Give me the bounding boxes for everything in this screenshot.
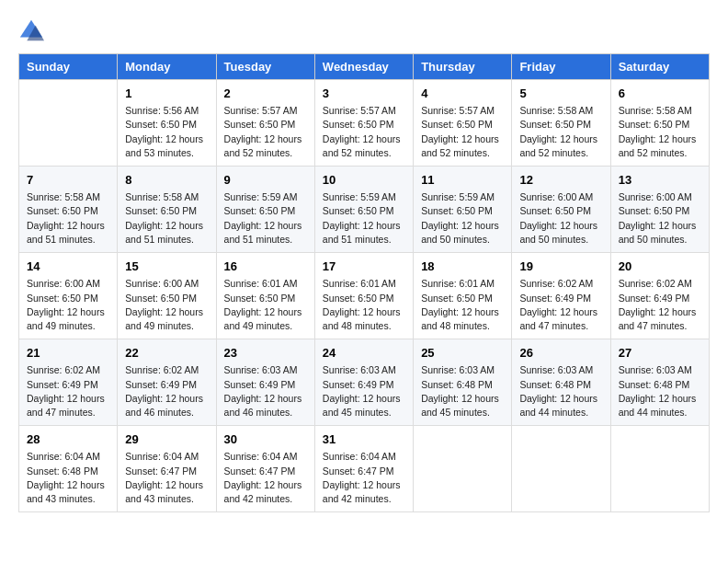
calendar-cell: 8Sunrise: 5:58 AM Sunset: 6:50 PM Daylig… bbox=[118, 167, 216, 253]
day-number: 15 bbox=[125, 259, 208, 275]
day-number: 10 bbox=[323, 172, 405, 189]
day-number: 6 bbox=[619, 86, 701, 102]
day-number: 27 bbox=[619, 345, 701, 362]
day-number: 8 bbox=[125, 172, 208, 189]
calendar-cell: 22Sunrise: 6:02 AM Sunset: 6:49 PM Dayli… bbox=[118, 339, 216, 426]
calendar-cell: 14Sunrise: 6:00 AM Sunset: 6:50 PM Dayli… bbox=[19, 253, 118, 339]
calendar-cell: 18Sunrise: 6:01 AM Sunset: 6:50 PM Dayli… bbox=[414, 253, 512, 339]
day-number: 13 bbox=[619, 172, 701, 189]
day-number: 25 bbox=[421, 345, 504, 362]
col-header-tuesday: Tuesday bbox=[216, 54, 314, 80]
day-number: 3 bbox=[323, 86, 405, 102]
day-info: Sunrise: 5:57 AM Sunset: 6:50 PM Dayligh… bbox=[323, 104, 405, 160]
day-info: Sunrise: 6:00 AM Sunset: 6:50 PM Dayligh… bbox=[619, 190, 701, 247]
day-number: 26 bbox=[519, 345, 602, 362]
day-number: 23 bbox=[224, 345, 307, 362]
day-number: 1 bbox=[125, 86, 208, 102]
calendar-cell: 29Sunrise: 6:04 AM Sunset: 6:47 PM Dayli… bbox=[118, 426, 216, 512]
calendar-cell: 6Sunrise: 5:58 AM Sunset: 6:50 PM Daylig… bbox=[610, 80, 709, 167]
week-row-4: 21Sunrise: 6:02 AM Sunset: 6:49 PM Dayli… bbox=[19, 339, 710, 426]
day-info: Sunrise: 6:00 AM Sunset: 6:50 PM Dayligh… bbox=[519, 190, 602, 247]
day-number: 16 bbox=[224, 259, 307, 275]
day-info: Sunrise: 5:58 AM Sunset: 6:50 PM Dayligh… bbox=[519, 104, 602, 160]
calendar-cell: 28Sunrise: 6:04 AM Sunset: 6:48 PM Dayli… bbox=[19, 426, 118, 512]
day-info: Sunrise: 6:02 AM Sunset: 6:49 PM Dayligh… bbox=[519, 277, 602, 333]
day-info: Sunrise: 5:59 AM Sunset: 6:50 PM Dayligh… bbox=[323, 190, 405, 247]
day-number: 29 bbox=[125, 431, 208, 448]
day-info: Sunrise: 5:58 AM Sunset: 6:50 PM Dayligh… bbox=[619, 104, 701, 160]
day-number: 22 bbox=[125, 345, 208, 362]
calendar-cell: 16Sunrise: 6:01 AM Sunset: 6:50 PM Dayli… bbox=[216, 253, 314, 339]
day-number: 5 bbox=[519, 86, 602, 102]
day-info: Sunrise: 6:03 AM Sunset: 6:48 PM Dayligh… bbox=[519, 363, 602, 419]
day-info: Sunrise: 6:01 AM Sunset: 6:50 PM Dayligh… bbox=[224, 277, 307, 333]
week-row-5: 28Sunrise: 6:04 AM Sunset: 6:48 PM Dayli… bbox=[19, 426, 710, 512]
calendar-cell: 3Sunrise: 5:57 AM Sunset: 6:50 PM Daylig… bbox=[314, 80, 413, 167]
calendar-cell: 17Sunrise: 6:01 AM Sunset: 6:50 PM Dayli… bbox=[314, 253, 413, 339]
day-info: Sunrise: 6:03 AM Sunset: 6:48 PM Dayligh… bbox=[421, 363, 504, 419]
calendar-cell: 31Sunrise: 6:04 AM Sunset: 6:47 PM Dayli… bbox=[314, 426, 413, 512]
day-number: 18 bbox=[421, 259, 504, 275]
day-info: Sunrise: 6:02 AM Sunset: 6:49 PM Dayligh… bbox=[125, 363, 208, 419]
calendar-cell: 19Sunrise: 6:02 AM Sunset: 6:49 PM Dayli… bbox=[512, 253, 610, 339]
page-header bbox=[18, 18, 710, 44]
day-number: 19 bbox=[519, 259, 602, 275]
day-number: 17 bbox=[323, 259, 405, 275]
day-number: 7 bbox=[27, 172, 109, 189]
week-row-1: 1Sunrise: 5:56 AM Sunset: 6:50 PM Daylig… bbox=[19, 80, 710, 167]
calendar-cell bbox=[512, 426, 610, 512]
calendar-cell: 4Sunrise: 5:57 AM Sunset: 6:50 PM Daylig… bbox=[414, 80, 512, 167]
day-number: 28 bbox=[27, 431, 109, 448]
calendar-cell bbox=[19, 80, 118, 167]
logo-icon bbox=[18, 18, 44, 44]
col-header-thursday: Thursday bbox=[414, 54, 512, 80]
day-number: 2 bbox=[224, 86, 307, 102]
calendar-cell: 13Sunrise: 6:00 AM Sunset: 6:50 PM Dayli… bbox=[610, 167, 709, 253]
col-header-sunday: Sunday bbox=[19, 54, 118, 80]
day-info: Sunrise: 5:58 AM Sunset: 6:50 PM Dayligh… bbox=[27, 190, 109, 247]
day-info: Sunrise: 5:56 AM Sunset: 6:50 PM Dayligh… bbox=[125, 104, 208, 160]
calendar-cell: 5Sunrise: 5:58 AM Sunset: 6:50 PM Daylig… bbox=[512, 80, 610, 167]
calendar-cell: 25Sunrise: 6:03 AM Sunset: 6:48 PM Dayli… bbox=[414, 339, 512, 426]
calendar-table: SundayMondayTuesdayWednesdayThursdayFrid… bbox=[18, 53, 710, 512]
calendar-cell: 24Sunrise: 6:03 AM Sunset: 6:49 PM Dayli… bbox=[314, 339, 413, 426]
day-number: 21 bbox=[27, 345, 109, 362]
day-info: Sunrise: 5:59 AM Sunset: 6:50 PM Dayligh… bbox=[224, 190, 307, 247]
calendar-cell: 15Sunrise: 6:00 AM Sunset: 6:50 PM Dayli… bbox=[118, 253, 216, 339]
day-number: 11 bbox=[421, 172, 504, 189]
day-info: Sunrise: 6:03 AM Sunset: 6:49 PM Dayligh… bbox=[323, 363, 405, 419]
day-info: Sunrise: 5:58 AM Sunset: 6:50 PM Dayligh… bbox=[125, 190, 208, 247]
day-info: Sunrise: 6:00 AM Sunset: 6:50 PM Dayligh… bbox=[27, 277, 109, 333]
day-info: Sunrise: 6:00 AM Sunset: 6:50 PM Dayligh… bbox=[125, 277, 208, 333]
day-number: 14 bbox=[27, 259, 109, 275]
calendar-cell bbox=[610, 426, 709, 512]
day-info: Sunrise: 6:04 AM Sunset: 6:47 PM Dayligh… bbox=[224, 450, 307, 506]
day-info: Sunrise: 6:02 AM Sunset: 6:49 PM Dayligh… bbox=[27, 363, 109, 419]
calendar-cell: 2Sunrise: 5:57 AM Sunset: 6:50 PM Daylig… bbox=[216, 80, 314, 167]
day-info: Sunrise: 5:59 AM Sunset: 6:50 PM Dayligh… bbox=[421, 190, 504, 247]
logo bbox=[18, 18, 48, 44]
day-info: Sunrise: 5:57 AM Sunset: 6:50 PM Dayligh… bbox=[421, 104, 504, 160]
calendar-cell: 21Sunrise: 6:02 AM Sunset: 6:49 PM Dayli… bbox=[19, 339, 118, 426]
day-number: 30 bbox=[224, 431, 307, 448]
calendar-cell: 20Sunrise: 6:02 AM Sunset: 6:49 PM Dayli… bbox=[610, 253, 709, 339]
day-number: 4 bbox=[421, 86, 504, 102]
calendar-cell: 11Sunrise: 5:59 AM Sunset: 6:50 PM Dayli… bbox=[414, 167, 512, 253]
calendar-cell: 7Sunrise: 5:58 AM Sunset: 6:50 PM Daylig… bbox=[19, 167, 118, 253]
col-header-friday: Friday bbox=[512, 54, 610, 80]
week-row-2: 7Sunrise: 5:58 AM Sunset: 6:50 PM Daylig… bbox=[19, 167, 710, 253]
day-info: Sunrise: 6:01 AM Sunset: 6:50 PM Dayligh… bbox=[323, 277, 405, 333]
day-info: Sunrise: 6:04 AM Sunset: 6:47 PM Dayligh… bbox=[125, 450, 208, 506]
calendar-cell: 30Sunrise: 6:04 AM Sunset: 6:47 PM Dayli… bbox=[216, 426, 314, 512]
day-number: 12 bbox=[519, 172, 602, 189]
week-row-3: 14Sunrise: 6:00 AM Sunset: 6:50 PM Dayli… bbox=[19, 253, 710, 339]
day-number: 31 bbox=[323, 431, 405, 448]
day-info: Sunrise: 6:03 AM Sunset: 6:49 PM Dayligh… bbox=[224, 363, 307, 419]
calendar-cell: 1Sunrise: 5:56 AM Sunset: 6:50 PM Daylig… bbox=[118, 80, 216, 167]
day-number: 9 bbox=[224, 172, 307, 189]
calendar-cell bbox=[414, 426, 512, 512]
day-info: Sunrise: 6:03 AM Sunset: 6:48 PM Dayligh… bbox=[619, 363, 701, 419]
calendar-cell: 27Sunrise: 6:03 AM Sunset: 6:48 PM Dayli… bbox=[610, 339, 709, 426]
calendar-cell: 26Sunrise: 6:03 AM Sunset: 6:48 PM Dayli… bbox=[512, 339, 610, 426]
day-info: Sunrise: 6:02 AM Sunset: 6:49 PM Dayligh… bbox=[619, 277, 701, 333]
